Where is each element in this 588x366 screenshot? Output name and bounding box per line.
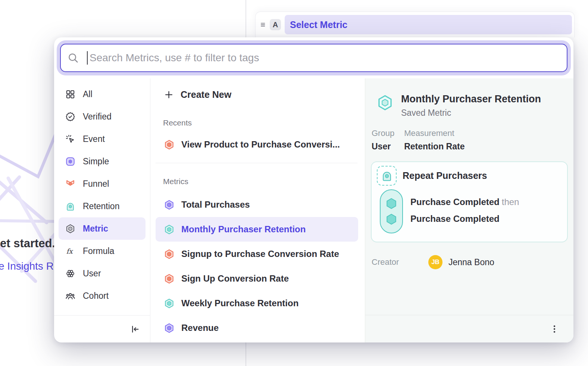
metric-hexagon-icon <box>164 139 175 150</box>
metric-list-item-total-purchases[interactable]: Total Purchases <box>156 192 358 217</box>
sidebar-item-simple[interactable]: Simple <box>59 150 146 173</box>
funnel-icon <box>65 179 75 189</box>
metric-item-label: Weekly Purchase Retention <box>181 298 298 308</box>
creator-name: Jenna Bono <box>448 257 494 267</box>
metric-list-item-view-product-to-purchase-conversi[interactable]: View Product to Purchase Conversi... <box>156 132 358 157</box>
event-hexagon-icon <box>384 196 398 211</box>
event-cursor-icon <box>65 134 75 144</box>
metric-item-label: Revenue <box>181 323 219 333</box>
series-a-badge: A <box>270 19 281 30</box>
drag-handle-icon[interactable] <box>259 20 268 30</box>
metric-hexagon-icon <box>65 224 75 234</box>
sidebar-item-label: Funnel <box>83 179 109 189</box>
metric-item-label: Monthly Purchaser Retention <box>181 224 306 235</box>
list-divider <box>156 163 357 163</box>
sidebar-item-funnel[interactable]: Funnel <box>59 173 146 195</box>
metric-hexagon-icon <box>164 298 175 309</box>
sidebar-footer <box>54 315 150 342</box>
sidebar-item-label: Event <box>83 134 105 144</box>
sidebar-item-label: Verified <box>83 112 112 122</box>
measurement-value: Retention Rate <box>404 142 465 152</box>
metric-list-item-monthly-purchaser-retention[interactable]: Monthly Purchaser Retention <box>156 217 358 242</box>
sidebar-item-verified[interactable]: Verified <box>59 105 146 128</box>
metric-item-label: Total Purchases <box>181 199 250 210</box>
metric-hexagon-icon <box>376 94 394 118</box>
group-value: User <box>372 142 394 152</box>
text-cursor <box>87 51 88 65</box>
sidebar-item-label: Retention <box>83 201 119 211</box>
sidebar-item-label: All <box>83 89 93 99</box>
sidebar-item-all[interactable]: All <box>59 83 146 105</box>
detail-subtitle: Saved Metric <box>401 108 541 118</box>
user-icon <box>65 269 75 279</box>
metrics-header: Metrics <box>150 176 365 187</box>
metric-hexagon-icon <box>164 224 175 235</box>
metric-list-item-signup-to-purchase-conversion-rate[interactable]: Signup to Purchase Conversion Rate <box>156 242 358 266</box>
select-metric-label: Select Metric <box>290 19 347 30</box>
sidebar-item-retention[interactable]: Retention <box>59 195 146 217</box>
search-area: Search Metrics, use # to filter to tags <box>54 37 573 78</box>
sidebar-item-cohort[interactable]: Cohort <box>59 285 146 307</box>
sidebar-item-event[interactable]: Event <box>59 128 146 150</box>
select-metric-bar: A Select Metric <box>255 12 575 37</box>
cohort-icon <box>65 291 75 301</box>
create-new-label: Create New <box>181 89 231 100</box>
get-started-text: et started. <box>0 237 55 250</box>
metric-definition-card: Repeat Purchasers Purchase Completedthen… <box>371 161 568 242</box>
detail-title: Monthly Purchaser Retention <box>401 93 541 105</box>
category-sidebar: AllVerifiedEventSimpleFunnelRetentionMet… <box>54 78 150 342</box>
plus-icon <box>164 90 174 100</box>
formula-icon: fx <box>65 246 75 256</box>
grid-icon <box>65 89 75 99</box>
sidebar-item-metric[interactable]: Metric <box>59 217 146 240</box>
search-icon <box>68 52 79 63</box>
metric-list-column: Create New Recents View Product to Purch… <box>150 78 365 342</box>
svg-text:fx: fx <box>66 247 74 255</box>
metric-list-item-weekly-purchase-retention[interactable]: Weekly Purchase Retention <box>156 291 358 316</box>
sidebar-item-formula[interactable]: fxFormula <box>59 240 146 262</box>
metric-item-label: Sign Up Conversion Rate <box>181 273 289 284</box>
retention-icon <box>377 166 397 186</box>
metric-list-item-sign-up-conversion-rate[interactable]: Sign Up Conversion Rate <box>156 266 358 291</box>
recents-header: Recents <box>150 117 365 128</box>
creator-label: Creator <box>372 257 428 267</box>
detail-footer <box>365 315 573 342</box>
creator-avatar: JB <box>428 255 442 269</box>
metric-detail-panel: Monthly Purchaser Retention Saved Metric… <box>365 78 573 342</box>
kebab-menu-icon[interactable] <box>550 324 559 334</box>
sidebar-item-user[interactable]: User <box>59 262 146 285</box>
sidebar-item-label: Metric <box>83 224 108 234</box>
definition-name: Repeat Purchasers <box>403 170 487 181</box>
metric-hexagon-icon <box>164 273 175 284</box>
create-new-button[interactable]: Create New <box>150 83 365 106</box>
event-hexagon-icon <box>384 212 398 226</box>
select-metric-pill[interactable]: Select Metric <box>285 15 572 34</box>
event-sequence-capsule <box>380 189 403 233</box>
verified-badge-icon <box>65 112 75 122</box>
sidebar-item-label: User <box>83 269 101 279</box>
metric-item-label: View Product to Purchase Conversi... <box>181 139 340 150</box>
sidebar-item-label: Formula <box>83 246 114 256</box>
group-label: Group <box>372 128 394 138</box>
search-placeholder: Search Metrics, use # to filter to tags <box>90 52 259 64</box>
creator-row: Creator JB Jenna Bono <box>372 255 573 269</box>
definition-step: Purchase Completedthen <box>410 197 519 207</box>
sidebar-item-label: Cohort <box>83 291 109 301</box>
metric-hexagon-icon <box>164 199 175 210</box>
metric-hexagon-icon <box>164 323 175 334</box>
collapse-left-icon[interactable] <box>130 324 140 334</box>
search-input[interactable]: Search Metrics, use # to filter to tags <box>60 44 567 72</box>
retention-icon <box>65 201 75 211</box>
sidebar-item-label: Simple <box>83 156 109 167</box>
metric-hexagon-icon <box>164 249 175 260</box>
definition-step: Purchase Completed <box>410 214 519 224</box>
metric-list-item-revenue[interactable]: Revenue <box>156 316 358 340</box>
insights-report-link[interactable]: e Insights Re <box>0 260 59 272</box>
metric-item-label: Signup to Purchase Conversion Rate <box>181 249 339 259</box>
metric-picker-modal: Search Metrics, use # to filter to tags … <box>54 37 573 342</box>
simple-icon <box>65 156 75 167</box>
measurement-label: Measurement <box>404 128 465 138</box>
